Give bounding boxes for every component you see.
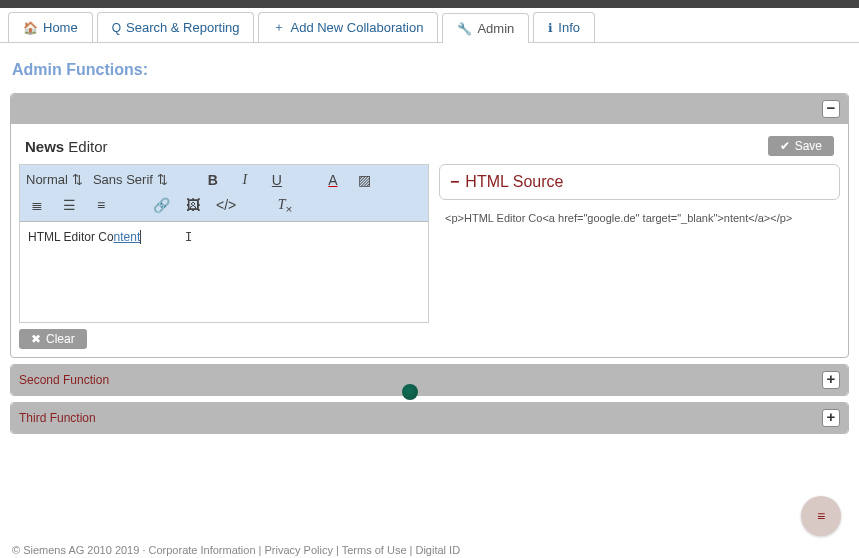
italic-button[interactable]: I <box>234 169 256 190</box>
text-cursor-icon: I <box>185 230 192 244</box>
rich-text-editor: Normal ⇅ Sans Serif ⇅ B I U <box>19 164 429 323</box>
clear-button[interactable]: ✖ Clear <box>19 329 87 349</box>
info-icon: ℹ <box>548 21 553 35</box>
html-source-code: <p>HTML Editor Co<a href="google.de" tar… <box>439 200 840 236</box>
remove-format-button[interactable]: T× <box>274 194 296 217</box>
html-source-header[interactable]: − HTML Source <box>439 164 840 200</box>
collapse-button[interactable]: − <box>822 100 840 118</box>
fab-menu-button[interactable]: ≡ <box>801 496 841 536</box>
second-function-head[interactable]: Second Function + <box>11 365 848 395</box>
style-select[interactable]: Normal ⇅ <box>26 172 83 187</box>
unordered-list-button[interactable]: ☰ <box>58 195 80 215</box>
tab-add-label: Add New Collaboration <box>290 20 423 35</box>
news-editor-title: News Editor <box>25 138 108 155</box>
bold-button[interactable]: B <box>202 170 224 190</box>
search-icon: Q <box>112 21 121 35</box>
clear-label: Clear <box>46 332 75 346</box>
text-caret <box>140 230 141 244</box>
code-block-button[interactable]: </> <box>214 195 236 215</box>
home-icon: 🏠 <box>23 21 38 35</box>
editor-text-plain: HTML Editor Co <box>28 230 114 244</box>
wrench-icon: 🔧 <box>457 22 472 36</box>
x-icon: ✖ <box>31 332 41 346</box>
expand-button[interactable]: + <box>822 371 840 389</box>
font-select[interactable]: Sans Serif ⇅ <box>93 172 168 187</box>
ordered-list-button[interactable]: ≣ <box>26 195 48 215</box>
third-function-panel: Third Function + <box>10 402 849 434</box>
image-button[interactable]: 🖼 <box>182 195 204 215</box>
tab-home-label: Home <box>43 20 78 35</box>
underline-button[interactable]: U <box>266 170 288 190</box>
plus-icon: ＋ <box>273 19 285 36</box>
grammarly-icon[interactable] <box>402 384 418 400</box>
news-label-bold: News <box>25 138 64 155</box>
tab-add[interactable]: ＋ Add New Collaboration <box>258 12 438 42</box>
page-title: Admin Functions: <box>12 61 849 79</box>
news-label-rest: Editor <box>64 138 107 155</box>
html-source-title: HTML Source <box>465 173 563 191</box>
caret-icon: ⇅ <box>157 172 168 187</box>
second-function-panel: Second Function + <box>10 364 849 396</box>
clear-format-button[interactable]: ▨ <box>354 170 376 190</box>
caret-icon: ⇅ <box>72 172 83 187</box>
align-button[interactable]: ≡ <box>90 195 112 215</box>
save-label: Save <box>795 139 822 153</box>
editor-toolbar: Normal ⇅ Sans Serif ⇅ B I U <box>20 165 428 222</box>
hamburger-icon: ≡ <box>817 508 825 524</box>
tab-admin[interactable]: 🔧 Admin <box>442 13 529 43</box>
nav-tabs: 🏠 Home Q Search & Reporting ＋ Add New Co… <box>0 8 859 43</box>
expand-button[interactable]: + <box>822 409 840 427</box>
footer-text: © Siemens AG 2010 2019 · Corporate Infor… <box>12 544 460 556</box>
second-function-title: Second Function <box>19 373 109 387</box>
style-select-label: Normal <box>26 172 68 187</box>
editor-content-area[interactable]: HTML Editor Content I <box>20 222 428 322</box>
top-dark-bar <box>0 0 859 8</box>
minus-icon: − <box>450 173 459 191</box>
tab-admin-label: Admin <box>477 21 514 36</box>
news-editor-panel: − News Editor ✔ Save <box>10 93 849 358</box>
save-button[interactable]: ✔ Save <box>768 136 834 156</box>
editor-text-link[interactable]: ntent <box>114 230 141 244</box>
link-button[interactable]: 🔗 <box>150 195 172 215</box>
tab-info-label: Info <box>558 20 580 35</box>
third-function-head[interactable]: Third Function + <box>11 403 848 433</box>
text-color-button[interactable]: A <box>322 170 344 190</box>
font-select-label: Sans Serif <box>93 172 153 187</box>
tab-search-label: Search & Reporting <box>126 20 239 35</box>
check-icon: ✔ <box>780 139 790 153</box>
tab-info[interactable]: ℹ Info <box>533 12 595 42</box>
tab-home[interactable]: 🏠 Home <box>8 12 93 42</box>
news-panel-head: − <box>11 94 848 124</box>
third-function-title: Third Function <box>19 411 96 425</box>
tab-search[interactable]: Q Search & Reporting <box>97 12 255 42</box>
